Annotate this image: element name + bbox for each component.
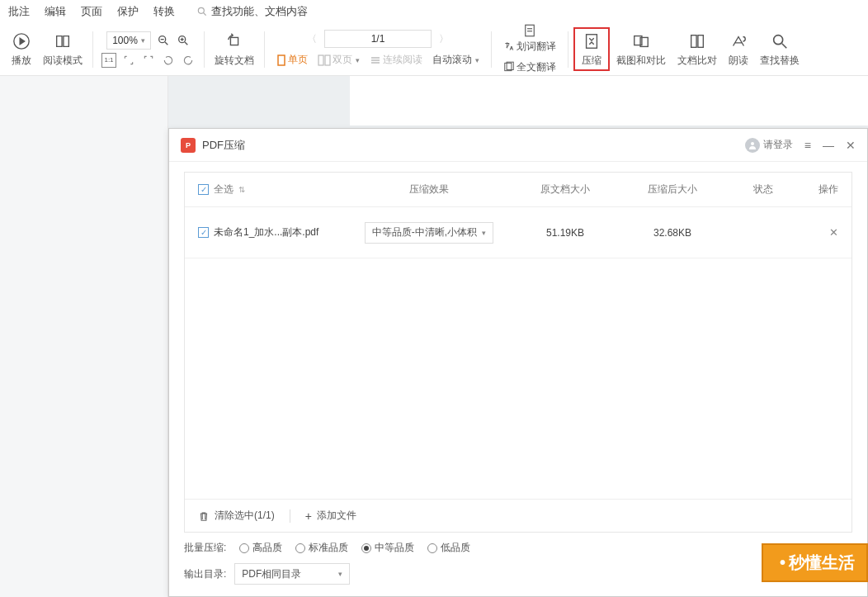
rotate-right-icon	[182, 54, 194, 66]
zoom-in-button[interactable]	[176, 33, 191, 48]
svg-rect-13	[318, 55, 323, 65]
col-operation: 操作	[800, 182, 838, 197]
zoom-out-button[interactable]	[156, 33, 171, 48]
chevron-down-icon: ▾	[338, 570, 342, 578]
rotate-left-icon	[163, 54, 174, 66]
double-page-icon	[318, 54, 331, 66]
menu-protect[interactable]: 保护	[117, 4, 139, 19]
play-button[interactable]: 播放	[7, 23, 36, 75]
continuous-icon	[370, 54, 381, 66]
svg-rect-27	[698, 36, 703, 48]
file-table: ✓ 全选 ⇅ 压缩效果 原文档大小 压缩后大小 状态 操作 ✓ 未命名1_加水.…	[184, 172, 852, 533]
auto-scroll-button[interactable]: 自动滚动	[429, 51, 483, 69]
read-mode-button[interactable]: 阅读模式	[38, 23, 87, 75]
page-input[interactable]: 1/1	[324, 30, 432, 48]
output-dir-select[interactable]: PDF相同目录 ▾	[234, 563, 350, 585]
radio-standard[interactable]: 标准品质	[295, 541, 348, 555]
chevron-down-icon: ▾	[482, 229, 486, 237]
menu-annotate[interactable]: 批注	[8, 4, 30, 19]
login-button[interactable]: 请登录	[745, 138, 793, 153]
word-translate-button[interactable]: 划词翻译	[500, 38, 559, 55]
svg-point-30	[751, 142, 754, 145]
minimize-button[interactable]: —	[823, 139, 834, 152]
next-page-button[interactable]: 〉	[436, 31, 451, 46]
file-name: 未命名1_加水...副本.pdf	[214, 225, 318, 239]
svg-line-6	[165, 42, 167, 45]
sort-icon[interactable]: ⇅	[238, 185, 245, 194]
radio-high[interactable]: 高品质	[239, 541, 282, 555]
zoom-out-icon	[157, 34, 170, 47]
single-page-button[interactable]: 单页	[273, 51, 311, 69]
quality-select[interactable]: 中等品质-中清晰,小体积 ▾	[365, 222, 493, 244]
trash-icon	[198, 510, 210, 522]
sidebar	[0, 76, 168, 597]
book-icon	[54, 32, 72, 50]
clear-selected-button[interactable]: 清除选中(1/1)	[198, 509, 275, 523]
prev-page-button[interactable]: 〈	[304, 31, 319, 46]
svg-rect-26	[691, 36, 696, 48]
page-nav-group: 〈 1/1 〉 单页 双页 连续阅读 自动滚动	[270, 23, 486, 75]
col-status: 状态	[726, 182, 800, 197]
remove-row-button[interactable]: ✕	[829, 226, 838, 239]
svg-rect-11	[230, 37, 238, 45]
read-aloud-button[interactable]: 朗读	[724, 23, 753, 75]
after-size-value: 32.68KB	[619, 227, 726, 239]
compress-button[interactable]: 压缩	[577, 31, 606, 68]
rotate-right-button[interactable]	[181, 53, 196, 68]
svg-point-0	[198, 7, 204, 13]
table-header: ✓ 全选 ⇅ 压缩效果 原文档大小 压缩后大小 状态 操作	[185, 173, 851, 207]
add-file-button[interactable]: + 添加文件	[305, 509, 356, 523]
svg-marker-3	[20, 38, 25, 44]
row-checkbox[interactable]: ✓	[198, 227, 209, 238]
search-box[interactable]: 查找功能、文档内容	[196, 4, 308, 19]
zoom-select[interactable]: 100%▾	[106, 31, 151, 50]
col-after-size: 压缩后大小	[619, 182, 726, 197]
select-all-checkbox[interactable]: ✓	[198, 184, 209, 195]
doc-compare-button[interactable]: 文档比对	[672, 23, 722, 75]
top-menubar: 批注 编辑 页面 保护 转换 查找功能、文档内容	[0, 0, 868, 23]
continuous-button[interactable]: 连续阅读	[366, 51, 426, 69]
fit-one-to-one-button[interactable]: 1:1	[101, 53, 116, 68]
screenshot-compare-button[interactable]: 截图和对比	[611, 23, 671, 75]
crop-icon	[123, 54, 134, 66]
full-translate-button[interactable]: 全文翻译	[500, 59, 559, 76]
rotate-doc-button[interactable]: 旋转文档	[210, 23, 259, 75]
table-row: ✓ 未命名1_加水...副本.pdf 中等品质-中清晰,小体积 ▾ 51.19K…	[185, 207, 851, 258]
pdf-app-icon: P	[181, 138, 196, 153]
search-placeholder: 查找功能、文档内容	[211, 4, 308, 19]
compress-icon	[583, 32, 601, 50]
output-row: 输出目录: PDF相同目录 ▾	[184, 563, 852, 585]
translate-icon	[503, 40, 515, 52]
menu-convert[interactable]: 转换	[153, 4, 175, 19]
col-select-all[interactable]: 全选	[214, 182, 234, 197]
fit-page-button[interactable]	[141, 53, 156, 68]
dialog-header: P PDF压缩 请登录 ≡ — ✕	[169, 129, 867, 162]
col-effect: 压缩效果	[347, 182, 512, 197]
close-button[interactable]: ✕	[846, 139, 856, 152]
doc-compare-icon	[688, 32, 706, 50]
radio-medium[interactable]: 中等品质	[361, 541, 414, 555]
fit-width-button[interactable]	[121, 53, 136, 68]
table-footer: 清除选中(1/1) + 添加文件	[185, 499, 851, 532]
dialog-title: PDF压缩	[202, 138, 738, 153]
zoom-group: 100%▾ 1:1	[98, 23, 199, 75]
menu-edit[interactable]: 编辑	[45, 4, 66, 19]
svg-point-28	[774, 36, 783, 45]
col-orig-size: 原文档大小	[512, 182, 619, 197]
rotate-left-button[interactable]	[161, 53, 176, 68]
radio-low[interactable]: 低品质	[427, 541, 470, 555]
watermark: 秒懂生活	[762, 543, 868, 582]
svg-line-10	[185, 42, 187, 45]
screenshot-icon	[632, 32, 650, 50]
output-label: 输出目录:	[184, 567, 226, 581]
svg-line-29	[782, 44, 787, 49]
page-arrows-icon	[522, 23, 537, 38]
menu-page[interactable]: 页面	[81, 4, 102, 19]
double-page-button[interactable]: 双页	[314, 51, 363, 69]
svg-rect-12	[278, 55, 285, 65]
find-replace-button[interactable]: 查找替换	[755, 23, 804, 75]
fulltext-icon	[503, 61, 515, 73]
zoom-in-icon	[177, 34, 190, 47]
search-icon	[196, 6, 208, 17]
menu-button[interactable]: ≡	[804, 139, 811, 152]
